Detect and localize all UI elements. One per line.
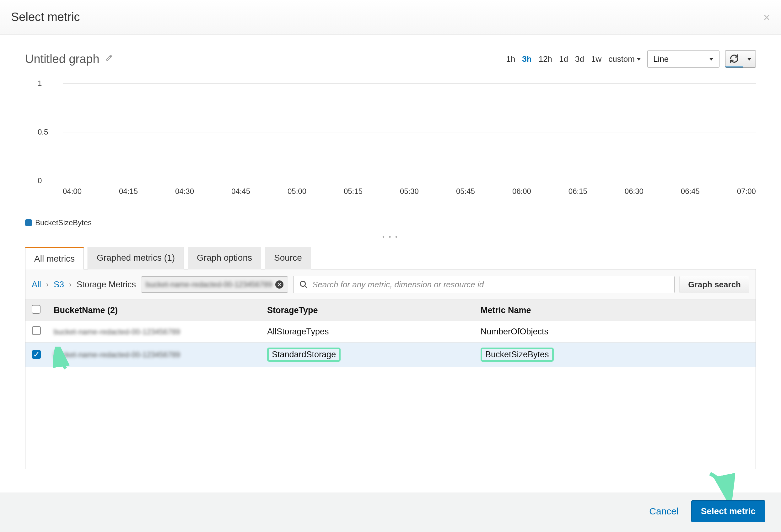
- edit-icon[interactable]: [105, 54, 113, 64]
- col-bucketname[interactable]: BucketName (2): [47, 300, 261, 321]
- svg-line-1: [305, 286, 307, 288]
- select-all-checkbox[interactable]: [32, 305, 40, 314]
- x-tick: 04:45: [231, 187, 250, 212]
- search-box[interactable]: [293, 276, 674, 293]
- graph-search-button[interactable]: Graph search: [680, 276, 749, 293]
- y-tick: 0: [38, 176, 42, 185]
- time-range-selector: 1h 3h 12h 1d 3d 1w custom Line: [505, 50, 756, 68]
- search-input[interactable]: [312, 280, 669, 290]
- row-checkbox[interactable]: ✓: [32, 350, 41, 359]
- x-axis-labels: 04:00 04:15 04:30 04:45 05:00 05:15 05:3…: [63, 187, 756, 212]
- metrics-panel: All › S3 › Storage Metrics bucket-name-r…: [25, 269, 756, 469]
- grid-line: [63, 83, 756, 84]
- chart-legend[interactable]: BucketSizeBytes: [25, 218, 756, 227]
- breadcrumb-s3[interactable]: S3: [54, 280, 64, 290]
- x-tick: 04:30: [175, 187, 194, 212]
- storage-type-cell: StandardStorage: [267, 348, 340, 362]
- y-tick: 1: [38, 79, 42, 88]
- x-tick: 05:45: [456, 187, 475, 212]
- chip-remove-icon[interactable]: ✕: [275, 280, 283, 289]
- refresh-button[interactable]: [726, 50, 743, 68]
- x-tick: 06:00: [512, 187, 531, 212]
- caret-down-icon: [636, 58, 641, 60]
- close-icon[interactable]: ×: [764, 11, 770, 24]
- metrics-table-wrap: BucketName (2) StorageType Metric Name b…: [26, 300, 755, 469]
- tab-source[interactable]: Source: [265, 247, 311, 269]
- x-tick: 06:15: [569, 187, 587, 212]
- tab-all-metrics[interactable]: All metrics: [25, 247, 84, 269]
- x-tick: 06:30: [625, 187, 644, 212]
- graph-title[interactable]: Untitled graph: [25, 52, 99, 66]
- filter-chip[interactable]: bucket-name-redacted-00-123456789 ✕: [141, 276, 288, 293]
- row-checkbox[interactable]: [32, 326, 41, 335]
- x-tick: 04:00: [63, 187, 82, 212]
- modal-body: Untitled graph 1h 3h 12h 1d 3d 1w custom…: [0, 35, 781, 492]
- metric-name-cell: BucketSizeBytes: [481, 348, 554, 362]
- tab-graphed-metrics[interactable]: Graphed metrics (1): [88, 247, 184, 269]
- caret-down-icon: [747, 58, 751, 60]
- axis-line: [63, 181, 756, 181]
- graph-header: Untitled graph 1h 3h 12h 1d 3d 1w custom…: [25, 50, 756, 68]
- refresh-dropdown[interactable]: [743, 50, 755, 68]
- time-custom-label: custom: [608, 54, 635, 64]
- modal-header: Select metric ×: [0, 0, 781, 35]
- time-3h[interactable]: 3h: [522, 53, 532, 65]
- legend-swatch: [25, 219, 32, 226]
- y-tick: 0.5: [38, 128, 48, 136]
- col-storagetype[interactable]: StorageType: [261, 300, 474, 321]
- caret-down-icon: [709, 58, 713, 60]
- legend-label: BucketSizeBytes: [35, 218, 92, 227]
- x-tick: 05:15: [344, 187, 363, 212]
- tabs: All metrics Graphed metrics (1) Graph op…: [25, 247, 756, 269]
- x-tick: 04:15: [119, 187, 138, 212]
- time-1w[interactable]: 1w: [590, 53, 602, 65]
- resize-handle[interactable]: • • •: [25, 233, 756, 240]
- time-custom[interactable]: custom: [608, 53, 642, 65]
- table-row[interactable]: ✓ bucket-name-redacted-00-123456789 Stan…: [26, 343, 755, 367]
- storage-type-cell: AllStorageTypes: [267, 327, 329, 336]
- chevron-right-icon: ›: [46, 280, 49, 289]
- modal-footer: Cancel Select metric: [0, 492, 781, 530]
- tab-graph-options[interactable]: Graph options: [188, 247, 261, 269]
- time-3d[interactable]: 3d: [574, 53, 585, 65]
- x-tick: 07:00: [737, 187, 756, 212]
- x-tick: 05:30: [400, 187, 419, 212]
- x-tick: 05:00: [288, 187, 306, 212]
- time-1d[interactable]: 1d: [559, 53, 569, 65]
- chart-area: 1 0.5 0 04:00 04:15 04:30 04:45 05:00 05…: [38, 80, 756, 212]
- filter-chip-label: bucket-name-redacted-00-123456789: [146, 280, 272, 289]
- chevron-right-icon: ›: [69, 280, 72, 289]
- chart-type-label: Line: [653, 54, 669, 64]
- metric-name-cell: NumberOfObjects: [481, 327, 548, 336]
- bucket-name-cell: bucket-name-redacted-00-123456789: [54, 327, 180, 336]
- search-icon: [299, 280, 308, 289]
- metrics-table: BucketName (2) StorageType Metric Name b…: [26, 300, 755, 367]
- svg-point-0: [300, 281, 305, 286]
- select-metric-button[interactable]: Select metric: [691, 500, 765, 522]
- table-header-row: BucketName (2) StorageType Metric Name: [26, 300, 755, 321]
- bucket-name-cell: bucket-name-redacted-00-123456789: [54, 350, 180, 359]
- time-1h[interactable]: 1h: [505, 53, 516, 65]
- panel-toolbar: All › S3 › Storage Metrics bucket-name-r…: [26, 269, 755, 300]
- x-tick: 06:45: [681, 187, 700, 212]
- refresh-group: [725, 50, 756, 68]
- breadcrumb-storage: Storage Metrics: [77, 280, 136, 290]
- modal-title: Select metric: [11, 10, 80, 24]
- chart-type-select[interactable]: Line: [647, 50, 720, 68]
- grid-line: [63, 132, 756, 132]
- col-metricname[interactable]: Metric Name: [474, 300, 755, 321]
- table-row[interactable]: bucket-name-redacted-00-123456789 AllSto…: [26, 321, 755, 343]
- cancel-button[interactable]: Cancel: [649, 506, 679, 517]
- breadcrumb-all[interactable]: All: [32, 280, 41, 290]
- time-12h[interactable]: 12h: [538, 53, 553, 65]
